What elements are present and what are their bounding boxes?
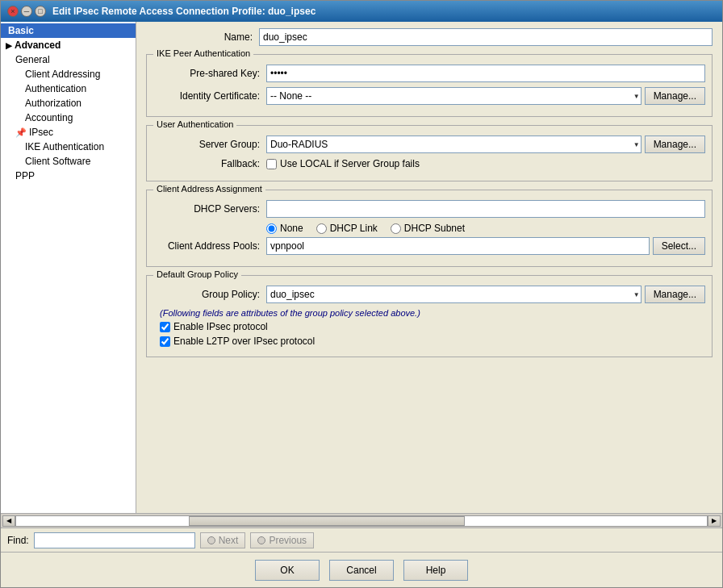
fallback-checkbox-label[interactable]: Use LOCAL if Server Group fails [266,158,420,169]
next-dot [207,536,215,544]
sidebar-item-ppp[interactable]: PPP [1,169,136,183]
enable-l2tp-label[interactable]: Enable L2TP over IPsec protocol [160,336,315,347]
scrollbar-thumb[interactable] [189,516,465,526]
radio-none-label[interactable]: None [266,223,303,234]
group-policy-label: Group Policy: [153,289,266,300]
group-policy-select[interactable]: duo_ipsec [266,286,642,303]
server-group-select[interactable]: Duo-RADIUS [266,136,642,153]
identity-cert-select-container: -- None -- ▼ [266,87,642,105]
enable-ipsec-text: Enable IPsec protocol [173,321,268,332]
sidebar-item-advanced[interactable]: ▶ Advanced [1,38,136,52]
following-note: (Following fields are attributes of the … [160,308,705,318]
enable-l2tp-checkbox[interactable] [160,336,170,347]
fallback-checkbox[interactable] [266,159,277,169]
sidebar: Basic ▶ Advanced General Client Addressi… [1,22,136,513]
bottom-bar: OK Cancel Help [1,552,722,587]
radio-none[interactable] [266,223,277,234]
fallback-text: Use LOCAL if Server Group fails [280,158,420,169]
default-group-policy-title: Default Group Policy [153,269,241,279]
name-input[interactable] [259,28,713,46]
maximize-button[interactable]: □ [35,6,46,17]
sidebar-item-ike-auth[interactable]: IKE Authentication [1,140,136,154]
server-group-select-container: Duo-RADIUS ▼ [266,136,642,153]
dhcp-servers-row: DHCP Servers: [153,200,705,218]
cancel-button[interactable]: Cancel [329,560,394,581]
enable-ipsec-row: Enable IPsec protocol [160,321,705,332]
previous-button[interactable]: Previous [250,532,314,548]
find-input[interactable] [34,532,195,548]
identity-cert-manage-btn[interactable]: Manage... [645,87,705,105]
scroll-right-btn[interactable]: ▶ [708,515,721,527]
radio-dhcp-link-text: DHCP Link [330,223,378,234]
main-window: × ─ □ Edit IPsec Remote Access Connectio… [0,0,723,588]
prev-label: Previous [269,535,307,546]
name-row: Name: [146,28,713,46]
sidebar-item-authorization[interactable]: Authorization [1,96,136,111]
titlebar: × ─ □ Edit IPsec Remote Access Connectio… [1,1,722,22]
preshared-key-input[interactable] [266,65,705,82]
identity-cert-label: Identity Certificate: [153,90,266,102]
sidebar-item-authentication[interactable]: Authentication [1,81,136,96]
group-policy-manage-btn[interactable]: Manage... [645,286,705,303]
sidebar-item-general[interactable]: General [1,52,136,67]
sidebar-item-basic[interactable]: Basic [1,23,136,38]
enable-l2tp-row: Enable L2TP over IPsec protocol [160,336,705,347]
select-btn[interactable]: Select... [653,237,705,255]
radio-dhcp-subnet[interactable] [391,223,401,234]
ike-peer-auth-section: IKE Peer Authentication Pre-shared Key: … [146,54,713,117]
right-panel: Name: IKE Peer Authentication Pre-shared… [136,22,722,513]
minimize-button[interactable]: ─ [21,6,32,17]
server-group-label: Server Group: [153,139,266,150]
preshared-key-label: Pre-shared Key: [153,68,266,79]
window-controls: × ─ □ [7,6,46,17]
sidebar-item-client-software[interactable]: Client Software [1,154,136,169]
user-auth-title: User Authentication [153,119,236,129]
client-pools-label: Client Address Pools: [153,240,266,252]
find-bar: Find: Next Previous [1,528,722,552]
scroll-left-btn[interactable]: ◀ [2,515,15,527]
user-auth-section: User Authentication Server Group: Duo-RA… [146,125,713,181]
fallback-row: Fallback: Use LOCAL if Server Group fail… [153,158,705,169]
find-label: Find: [7,535,29,546]
identity-cert-row: Identity Certificate: -- None -- ▼ Manag… [153,87,705,105]
horizontal-scrollbar[interactable]: ◀ ▶ [1,513,722,528]
prev-dot [257,536,265,544]
group-policy-row: Group Policy: duo_ipsec ▼ Manage... [153,286,705,303]
server-group-manage-btn[interactable]: Manage... [645,136,705,153]
identity-cert-select[interactable]: -- None -- [266,87,642,105]
main-content: Basic ▶ Advanced General Client Addressi… [1,22,722,513]
radio-dhcp-subnet-text: DHCP Subnet [404,223,465,234]
dhcp-servers-input[interactable] [266,200,705,218]
close-button[interactable]: × [7,6,19,17]
client-pools-row: Client Address Pools: Select... [153,237,705,255]
server-group-row: Server Group: Duo-RADIUS ▼ Manage... [153,136,705,153]
client-pools-input[interactable] [266,237,650,255]
enable-ipsec-label[interactable]: Enable IPsec protocol [160,321,268,332]
radio-dhcp-subnet-label[interactable]: DHCP Subnet [391,223,465,234]
client-address-section: Client Address Assignment DHCP Servers: … [146,190,713,267]
pin-icon: 📌 [15,127,27,138]
radio-group: None DHCP Link DHCP Subnet [266,223,705,234]
group-policy-select-container: duo_ipsec ▼ [266,286,642,303]
ike-peer-auth-title: IKE Peer Authentication [153,48,253,58]
sidebar-item-ipsec[interactable]: 📌 IPsec [1,125,136,140]
ok-button[interactable]: OK [255,560,320,581]
sidebar-item-accounting[interactable]: Accounting [1,111,136,125]
radio-dhcp-link-label[interactable]: DHCP Link [316,223,378,234]
next-button[interactable]: Next [200,532,246,548]
sidebar-item-client-addressing[interactable]: Client Addressing [1,67,136,81]
scrollbar-track[interactable] [15,515,708,527]
client-address-title: Client Address Assignment [153,184,265,194]
window-title: Edit IPsec Remote Access Connection Prof… [52,6,316,17]
tree-arrow-advanced: ▶ [6,41,12,50]
dhcp-servers-label: DHCP Servers: [153,203,266,215]
help-button[interactable]: Help [403,560,468,581]
next-label: Next [219,535,239,546]
enable-l2tp-text: Enable L2TP over IPsec protocol [173,336,315,347]
name-label: Name: [146,31,259,43]
radio-dhcp-link[interactable] [316,223,327,234]
enable-ipsec-checkbox[interactable] [160,322,170,332]
default-group-policy-section: Default Group Policy Group Policy: duo_i… [146,275,713,357]
fallback-label: Fallback: [153,158,266,169]
radio-none-text: None [280,223,303,234]
